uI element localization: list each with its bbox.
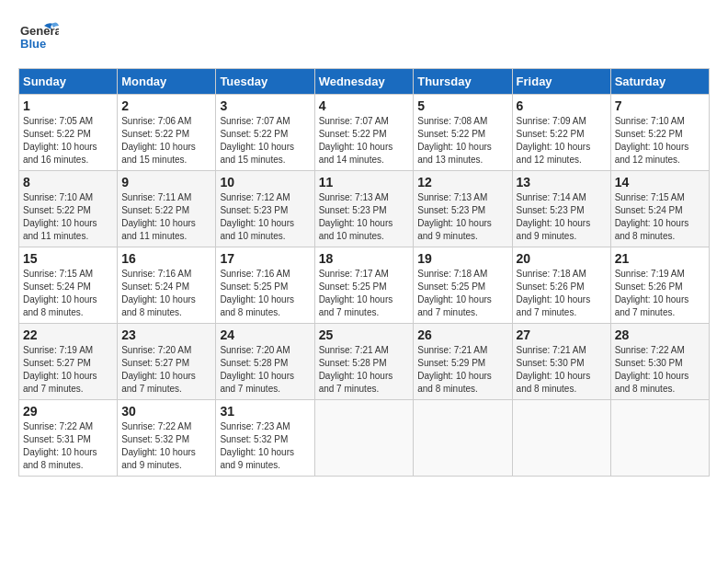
day-number: 4: [319, 98, 410, 113]
day-info: Sunrise: 7:22 AMSunset: 5:30 PMDaylight:…: [615, 344, 705, 396]
calendar-week-row: 1Sunrise: 7:05 AMSunset: 5:22 PMDaylight…: [19, 95, 710, 171]
day-info: Sunrise: 7:16 AMSunset: 5:24 PMDaylight:…: [121, 268, 211, 319]
calendar-week-row: 22Sunrise: 7:19 AMSunset: 5:27 PMDayligh…: [19, 324, 710, 400]
calendar-cell: 30Sunrise: 7:22 AMSunset: 5:32 PMDayligh…: [118, 400, 216, 477]
day-number: 24: [220, 327, 310, 342]
day-info: Sunrise: 7:13 AMSunset: 5:23 PMDaylight:…: [417, 191, 507, 243]
day-info: Sunrise: 7:08 AMSunset: 5:22 PMDaylight:…: [417, 115, 507, 167]
day-number: 8: [23, 175, 113, 190]
calendar-week-row: 15Sunrise: 7:15 AMSunset: 5:24 PMDayligh…: [19, 247, 710, 324]
day-number: 1: [23, 98, 113, 113]
day-number: 10: [220, 175, 310, 190]
day-number: 14: [615, 175, 705, 190]
day-number: 31: [220, 404, 310, 419]
day-info: Sunrise: 7:21 AMSunset: 5:29 PMDaylight:…: [417, 344, 507, 396]
calendar-cell: 11Sunrise: 7:13 AMSunset: 5:23 PMDayligh…: [314, 171, 414, 247]
header-saturday: Saturday: [610, 69, 709, 95]
day-info: Sunrise: 7:21 AMSunset: 5:28 PMDaylight:…: [319, 344, 410, 396]
day-info: Sunrise: 7:07 AMSunset: 5:22 PMDaylight:…: [220, 115, 310, 167]
calendar-cell: 2Sunrise: 7:06 AMSunset: 5:22 PMDaylight…: [118, 95, 216, 171]
day-number: 12: [417, 175, 507, 190]
day-info: Sunrise: 7:19 AMSunset: 5:26 PMDaylight:…: [615, 268, 705, 319]
calendar-cell: 17Sunrise: 7:16 AMSunset: 5:25 PMDayligh…: [216, 247, 314, 324]
calendar-cell: 25Sunrise: 7:21 AMSunset: 5:28 PMDayligh…: [314, 324, 414, 400]
calendar-cell: 7Sunrise: 7:10 AMSunset: 5:22 PMDaylight…: [610, 95, 709, 171]
day-number: 6: [517, 98, 607, 113]
day-number: 19: [417, 251, 507, 266]
header-monday: Monday: [118, 69, 216, 95]
calendar-cell: 15Sunrise: 7:15 AMSunset: 5:24 PMDayligh…: [19, 247, 118, 324]
logo: General Blue: [18, 18, 59, 59]
calendar-cell: 26Sunrise: 7:21 AMSunset: 5:29 PMDayligh…: [414, 324, 512, 400]
day-info: Sunrise: 7:20 AMSunset: 5:28 PMDaylight:…: [220, 344, 310, 396]
day-info: Sunrise: 7:13 AMSunset: 5:23 PMDaylight:…: [319, 191, 410, 243]
day-info: Sunrise: 7:22 AMSunset: 5:32 PMDaylight:…: [121, 420, 211, 472]
day-number: 17: [220, 251, 310, 266]
day-info: Sunrise: 7:23 AMSunset: 5:32 PMDaylight:…: [220, 420, 310, 472]
day-number: 7: [615, 98, 705, 113]
calendar-cell: 14Sunrise: 7:15 AMSunset: 5:24 PMDayligh…: [610, 171, 709, 247]
day-info: Sunrise: 7:22 AMSunset: 5:31 PMDaylight:…: [23, 420, 113, 472]
day-number: 25: [319, 327, 410, 342]
calendar-cell: 8Sunrise: 7:10 AMSunset: 5:22 PMDaylight…: [19, 171, 118, 247]
day-info: Sunrise: 7:07 AMSunset: 5:22 PMDaylight:…: [319, 115, 410, 167]
day-info: Sunrise: 7:09 AMSunset: 5:22 PMDaylight:…: [517, 115, 607, 167]
calendar-cell: 4Sunrise: 7:07 AMSunset: 5:22 PMDaylight…: [314, 95, 414, 171]
calendar-cell: 3Sunrise: 7:07 AMSunset: 5:22 PMDaylight…: [216, 95, 314, 171]
day-info: Sunrise: 7:15 AMSunset: 5:24 PMDaylight:…: [615, 191, 705, 243]
day-number: 13: [517, 175, 607, 190]
day-number: 27: [517, 327, 607, 342]
day-info: Sunrise: 7:15 AMSunset: 5:24 PMDaylight:…: [23, 268, 113, 319]
calendar-cell: 27Sunrise: 7:21 AMSunset: 5:30 PMDayligh…: [512, 324, 610, 400]
calendar-cell: 12Sunrise: 7:13 AMSunset: 5:23 PMDayligh…: [414, 171, 512, 247]
page-header: General Blue: [18, 18, 710, 59]
calendar-cell: 13Sunrise: 7:14 AMSunset: 5:23 PMDayligh…: [512, 171, 610, 247]
day-info: Sunrise: 7:14 AMSunset: 5:23 PMDaylight:…: [517, 191, 607, 243]
day-info: Sunrise: 7:10 AMSunset: 5:22 PMDaylight:…: [615, 115, 705, 167]
day-number: 15: [23, 251, 113, 266]
calendar-cell: 18Sunrise: 7:17 AMSunset: 5:25 PMDayligh…: [314, 247, 414, 324]
calendar-cell: 6Sunrise: 7:09 AMSunset: 5:22 PMDaylight…: [512, 95, 610, 171]
calendar-cell: [314, 400, 414, 477]
day-info: Sunrise: 7:16 AMSunset: 5:25 PMDaylight:…: [220, 268, 310, 319]
calendar-cell: 23Sunrise: 7:20 AMSunset: 5:27 PMDayligh…: [118, 324, 216, 400]
calendar-cell: 28Sunrise: 7:22 AMSunset: 5:30 PMDayligh…: [610, 324, 709, 400]
calendar-cell: 19Sunrise: 7:18 AMSunset: 5:25 PMDayligh…: [414, 247, 512, 324]
calendar-cell: 21Sunrise: 7:19 AMSunset: 5:26 PMDayligh…: [610, 247, 709, 324]
calendar-cell: 20Sunrise: 7:18 AMSunset: 5:26 PMDayligh…: [512, 247, 610, 324]
day-info: Sunrise: 7:17 AMSunset: 5:25 PMDaylight:…: [319, 268, 410, 319]
day-number: 30: [121, 404, 211, 419]
calendar-cell: [610, 400, 709, 477]
day-number: 22: [23, 327, 113, 342]
calendar-week-row: 29Sunrise: 7:22 AMSunset: 5:31 PMDayligh…: [19, 400, 710, 477]
calendar-cell: 22Sunrise: 7:19 AMSunset: 5:27 PMDayligh…: [19, 324, 118, 400]
header-sunday: Sunday: [19, 69, 118, 95]
calendar-cell: 16Sunrise: 7:16 AMSunset: 5:24 PMDayligh…: [118, 247, 216, 324]
day-number: 20: [517, 251, 607, 266]
day-number: 21: [615, 251, 705, 266]
day-number: 5: [417, 98, 507, 113]
header-friday: Friday: [512, 69, 610, 95]
day-number: 11: [319, 175, 410, 190]
weekday-header-row: Sunday Monday Tuesday Wednesday Thursday…: [19, 69, 710, 95]
day-number: 26: [417, 327, 507, 342]
day-info: Sunrise: 7:18 AMSunset: 5:25 PMDaylight:…: [417, 268, 507, 319]
calendar-cell: 1Sunrise: 7:05 AMSunset: 5:22 PMDaylight…: [19, 95, 118, 171]
day-info: Sunrise: 7:05 AMSunset: 5:22 PMDaylight:…: [23, 115, 113, 167]
day-info: Sunrise: 7:10 AMSunset: 5:22 PMDaylight:…: [23, 191, 113, 243]
header-wednesday: Wednesday: [314, 69, 414, 95]
day-info: Sunrise: 7:21 AMSunset: 5:30 PMDaylight:…: [517, 344, 607, 396]
header-thursday: Thursday: [414, 69, 512, 95]
day-number: 29: [23, 404, 113, 419]
calendar-cell: 9Sunrise: 7:11 AMSunset: 5:22 PMDaylight…: [118, 171, 216, 247]
svg-text:Blue: Blue: [20, 37, 46, 51]
day-number: 3: [220, 98, 310, 113]
day-info: Sunrise: 7:20 AMSunset: 5:27 PMDaylight:…: [121, 344, 211, 396]
calendar-cell: 24Sunrise: 7:20 AMSunset: 5:28 PMDayligh…: [216, 324, 314, 400]
calendar-cell: 31Sunrise: 7:23 AMSunset: 5:32 PMDayligh…: [216, 400, 314, 477]
day-number: 16: [121, 251, 211, 266]
day-info: Sunrise: 7:12 AMSunset: 5:23 PMDaylight:…: [220, 191, 310, 243]
header-tuesday: Tuesday: [216, 69, 314, 95]
calendar-table: Sunday Monday Tuesday Wednesday Thursday…: [18, 68, 710, 477]
calendar-cell: [414, 400, 512, 477]
